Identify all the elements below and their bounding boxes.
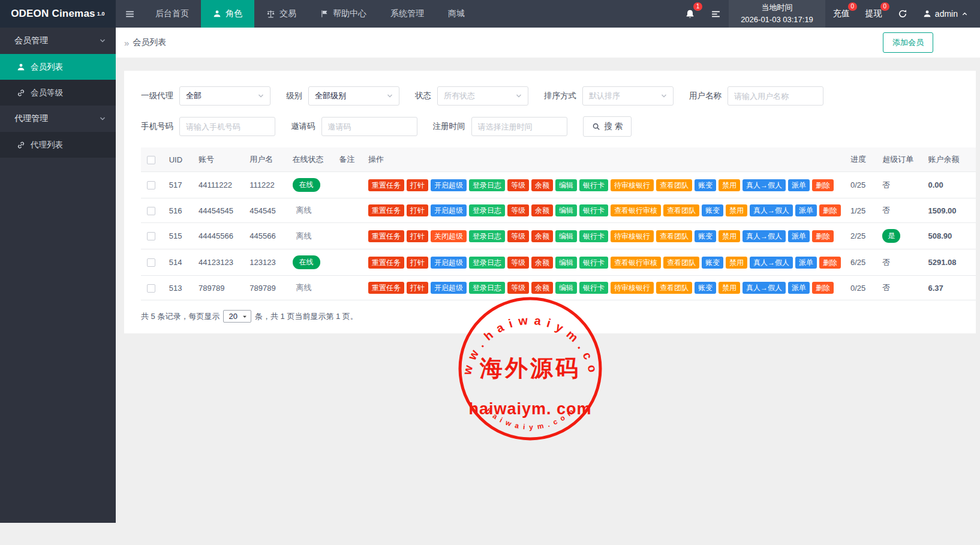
withdraw-button[interactable]: 提现 0: [858, 0, 890, 28]
action-button[interactable]: 银行卡: [579, 204, 608, 216]
action-button[interactable]: 删除: [812, 230, 834, 242]
action-button[interactable]: 编辑: [555, 282, 577, 294]
action-button[interactable]: 等级: [507, 282, 529, 294]
action-button[interactable]: 派单: [788, 230, 810, 242]
action-button[interactable]: 查看团队: [663, 257, 699, 269]
action-button[interactable]: 查看银行审核: [611, 257, 661, 269]
filter-input[interactable]: [728, 86, 823, 106]
topnav-item[interactable]: 角色: [201, 0, 254, 28]
action-button[interactable]: 真人→假人: [750, 204, 793, 216]
action-button[interactable]: 开启超级: [431, 282, 467, 294]
action-button[interactable]: 禁用: [726, 204, 747, 216]
action-button[interactable]: 重置任务: [368, 204, 404, 216]
action-button[interactable]: 禁用: [719, 230, 740, 242]
action-button[interactable]: 关闭超级: [431, 230, 467, 242]
action-button[interactable]: 重置任务: [368, 257, 404, 269]
add-member-button[interactable]: 添加会员: [883, 32, 933, 53]
action-button[interactable]: 等级: [507, 179, 529, 191]
action-button[interactable]: 查看团队: [656, 179, 692, 191]
search-button[interactable]: 搜 索: [583, 116, 632, 137]
action-button[interactable]: 等级: [507, 230, 529, 242]
action-button[interactable]: 编辑: [555, 230, 577, 242]
row-checkbox[interactable]: [147, 181, 155, 189]
action-button[interactable]: 账变: [702, 204, 723, 216]
filter-select[interactable]: 所有状态: [437, 86, 528, 106]
action-button[interactable]: 待审核银行: [611, 282, 654, 294]
row-checkbox[interactable]: [147, 207, 155, 215]
filter-select[interactable]: 全部级别: [308, 86, 399, 106]
action-button[interactable]: 打针: [407, 204, 428, 216]
action-button[interactable]: 编辑: [555, 204, 577, 216]
action-button[interactable]: 账变: [695, 230, 716, 242]
row-checkbox[interactable]: [147, 258, 155, 267]
sidebar-item[interactable]: 会员列表: [0, 54, 116, 80]
action-button[interactable]: 删除: [812, 179, 834, 191]
filter-input[interactable]: [471, 117, 567, 136]
action-button[interactable]: 删除: [819, 257, 841, 269]
page-size-select[interactable]: 20: [223, 310, 251, 323]
action-button[interactable]: 登录日志: [469, 257, 505, 269]
action-button[interactable]: 禁用: [726, 257, 747, 269]
action-button[interactable]: 查看团队: [663, 204, 699, 216]
action-button[interactable]: 查看银行审核: [611, 204, 661, 216]
action-button[interactable]: 余额: [531, 282, 553, 294]
topnav-item[interactable]: 后台首页: [143, 0, 201, 28]
action-button[interactable]: 登录日志: [469, 204, 505, 216]
action-button[interactable]: 删除: [819, 204, 841, 216]
action-button[interactable]: 禁用: [719, 282, 740, 294]
action-button[interactable]: 重置任务: [368, 282, 404, 294]
sidebar-group[interactable]: 会员管理: [0, 28, 116, 54]
action-button[interactable]: 银行卡: [579, 257, 608, 269]
action-button[interactable]: 开启超级: [431, 179, 467, 191]
action-button[interactable]: 禁用: [719, 179, 740, 191]
action-button[interactable]: 打针: [407, 257, 428, 269]
sidebar-item[interactable]: 代理列表: [0, 132, 116, 158]
action-button[interactable]: 派单: [788, 179, 810, 191]
action-button[interactable]: 开启超级: [431, 257, 467, 269]
action-button[interactable]: 打针: [407, 282, 428, 294]
action-button[interactable]: 等级: [507, 204, 529, 216]
select-all-checkbox[interactable]: [147, 156, 155, 164]
topnav-item[interactable]: 系统管理: [378, 0, 436, 28]
action-button[interactable]: 查看团队: [656, 230, 692, 242]
action-button[interactable]: 真人→假人: [742, 179, 786, 191]
row-checkbox[interactable]: [147, 232, 155, 240]
filter-input[interactable]: [179, 117, 275, 136]
action-button[interactable]: 编辑: [555, 179, 577, 191]
action-button[interactable]: 余额: [531, 257, 553, 269]
recharge-button[interactable]: 充值 0: [825, 0, 858, 28]
action-button[interactable]: 打针: [407, 230, 428, 242]
filter-select[interactable]: 全部: [179, 86, 270, 106]
quick-menu-button[interactable]: [703, 0, 729, 28]
topnav-item[interactable]: 交易: [254, 0, 308, 28]
topnav-item[interactable]: 帮助中心: [308, 0, 378, 28]
filter-select[interactable]: 默认排序: [582, 86, 674, 106]
sidebar-toggle-button[interactable]: [116, 0, 143, 28]
row-checkbox[interactable]: [147, 284, 155, 293]
action-button[interactable]: 银行卡: [579, 230, 608, 242]
action-button[interactable]: 派单: [795, 204, 817, 216]
sidebar-group[interactable]: 代理管理: [0, 106, 116, 132]
action-button[interactable]: 真人→假人: [742, 230, 786, 242]
action-button[interactable]: 派单: [788, 282, 810, 294]
action-button[interactable]: 登录日志: [469, 230, 505, 242]
action-button[interactable]: 账变: [702, 257, 723, 269]
sidebar-item[interactable]: 会员等级: [0, 80, 116, 106]
action-button[interactable]: 开启超级: [431, 204, 467, 216]
action-button[interactable]: 真人→假人: [742, 282, 786, 294]
action-button[interactable]: 登录日志: [469, 282, 505, 294]
action-button[interactable]: 真人→假人: [750, 257, 793, 269]
action-button[interactable]: 银行卡: [579, 179, 608, 191]
action-button[interactable]: 打针: [407, 179, 428, 191]
action-button[interactable]: 待审核银行: [611, 230, 654, 242]
filter-input[interactable]: [321, 117, 417, 136]
action-button[interactable]: 重置任务: [368, 230, 404, 242]
action-button[interactable]: 等级: [507, 257, 529, 269]
topnav-item[interactable]: 商城: [436, 0, 477, 28]
refresh-button[interactable]: [890, 0, 915, 28]
action-button[interactable]: 余额: [531, 204, 553, 216]
action-button[interactable]: 编辑: [555, 257, 577, 269]
action-button[interactable]: 账变: [695, 282, 716, 294]
action-button[interactable]: 待审核银行: [611, 179, 654, 191]
action-button[interactable]: 余额: [531, 230, 553, 242]
